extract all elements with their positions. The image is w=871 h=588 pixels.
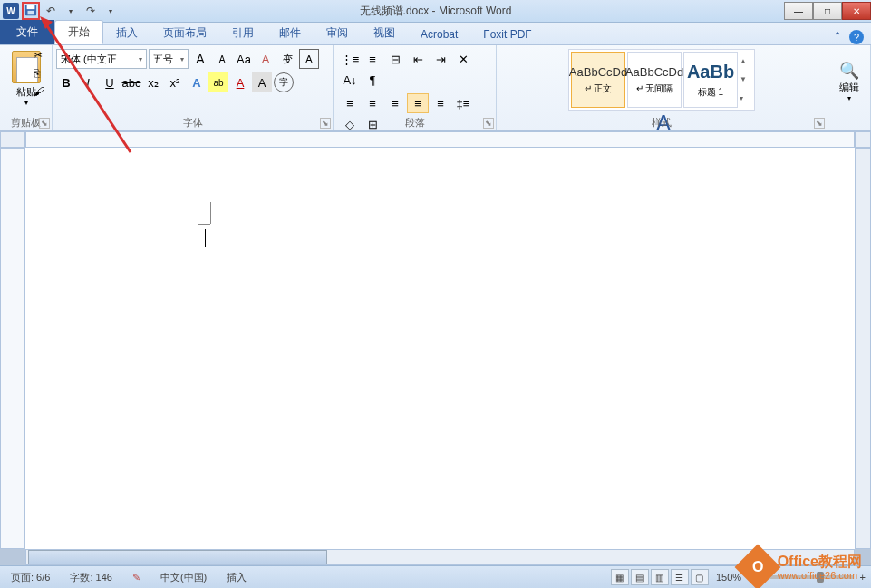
sort-button[interactable]: A↓ [339, 70, 361, 90]
print-layout-view[interactable]: ▦ [611, 569, 629, 585]
undo-dropdown[interactable]: ▾ [62, 2, 80, 20]
font-name-combo[interactable]: 宋体 (中文正▾ [56, 49, 147, 69]
gallery-up-icon[interactable]: ▲ [740, 57, 752, 65]
tab-file[interactable]: 文件 [0, 20, 54, 44]
italic-button[interactable]: I [78, 72, 98, 92]
tab-insert[interactable]: 插入 [103, 22, 150, 44]
style-normal[interactable]: AaBbCcDd ↵ 正文 [571, 52, 625, 108]
horizontal-scrollbar[interactable] [25, 549, 855, 565]
clear-format-button[interactable]: A [256, 49, 276, 69]
gallery-more-icon[interactable]: ▾ [740, 94, 752, 102]
style-no-spacing[interactable]: AaBbCcDd ↵ 无间隔 [627, 52, 682, 108]
window-title: 无线频谱.docx - Microsoft Word [360, 4, 512, 19]
font-color-button[interactable]: A [230, 72, 250, 92]
align-left-button[interactable]: ≡ [339, 93, 361, 113]
insert-mode[interactable]: 插入 [221, 569, 252, 586]
text-effects-button[interactable]: A [187, 72, 207, 92]
char-shading-button[interactable]: A [252, 72, 272, 92]
underline-button[interactable]: U [100, 72, 120, 92]
scroll-thumb[interactable] [28, 550, 327, 564]
tab-home[interactable]: 开始 [54, 20, 103, 44]
styles-dialog-launcher[interactable]: ⬊ [814, 118, 825, 129]
fullscreen-view[interactable]: ▤ [631, 569, 649, 585]
grow-font-button[interactable]: A [190, 49, 210, 69]
draft-view[interactable]: ▢ [691, 569, 709, 585]
redo-button[interactable]: ↷ [82, 2, 100, 20]
ruler-corner [0, 131, 25, 148]
close-button[interactable]: ✕ [842, 2, 871, 20]
page-indicator[interactable]: 页面: 6/6 [5, 569, 55, 586]
horizontal-ruler[interactable] [25, 131, 855, 148]
font-dialog-launcher[interactable]: ⬊ [320, 118, 331, 129]
clipboard-dialog-launcher[interactable]: ⬊ [39, 118, 50, 129]
word-app-icon: W [3, 3, 19, 19]
strike-button[interactable]: abc [121, 72, 141, 92]
document-area [0, 131, 871, 565]
word-count[interactable]: 字数: 146 [64, 569, 117, 586]
tab-layout[interactable]: 页面布局 [150, 22, 219, 44]
page-corner-mark [198, 202, 225, 247]
superscript-button[interactable]: x² [165, 72, 185, 92]
bold-button[interactable]: B [56, 72, 76, 92]
highlight-button[interactable]: ab [208, 72, 228, 92]
cut-icon[interactable]: ✂ [34, 49, 48, 63]
multilevel-button[interactable]: ⊟ [384, 49, 406, 69]
bullets-button[interactable]: ⋮≡ [339, 49, 361, 69]
paste-dropdown-icon[interactable]: ▾ [24, 99, 28, 107]
tab-view[interactable]: 视图 [361, 22, 408, 44]
language-indicator[interactable]: 中文(中国) [155, 569, 212, 586]
page-canvas[interactable] [25, 148, 855, 549]
decrease-indent-button[interactable]: ⇤ [407, 49, 429, 69]
web-layout-view[interactable]: ▥ [651, 569, 669, 585]
subscript-button[interactable]: x₂ [143, 72, 163, 92]
font-group-label: 字体 [53, 116, 333, 130]
styles-group-label: 样式 [497, 116, 827, 130]
style-heading1[interactable]: AaBb 标题 1 [683, 52, 738, 108]
save-button[interactable] [22, 2, 40, 20]
styles-group: AaBbCcDd ↵ 正文 AaBbCcDd ↵ 无间隔 AaBb 标题 1 ▲… [497, 45, 827, 130]
enclose-char-button[interactable]: 字 [274, 72, 294, 92]
minimize-button[interactable]: — [784, 2, 813, 20]
show-marks-button[interactable]: ¶ [362, 70, 383, 90]
window-controls: — □ ✕ [784, 2, 871, 20]
find-icon[interactable]: 🔍 [839, 61, 859, 81]
shrink-font-button[interactable]: A [212, 49, 232, 69]
align-center-button[interactable]: ≡ [362, 93, 383, 113]
increase-indent-button[interactable]: ⇥ [430, 49, 451, 69]
align-right-button[interactable]: ≡ [384, 93, 406, 113]
distributed-button[interactable]: ≡ [430, 93, 451, 113]
vertical-ruler[interactable] [0, 148, 25, 549]
change-case-button[interactable]: Aa [234, 49, 254, 69]
style-gallery[interactable]: AaBbCcDd ↵ 正文 AaBbCcDd ↵ 无间隔 AaBb 标题 1 ▲… [568, 49, 755, 111]
numbering-button[interactable]: ≡ [362, 49, 383, 69]
format-painter-icon[interactable]: 🖌 [34, 85, 48, 100]
editing-group: 🔍 编辑 ▾ [827, 45, 871, 130]
save-icon [24, 4, 37, 19]
copy-icon[interactable]: ⎘ [34, 67, 48, 82]
undo-button[interactable]: ↶ [42, 2, 60, 20]
tab-references[interactable]: 引用 [219, 22, 266, 44]
line-spacing-button[interactable]: ‡≡ [452, 93, 474, 113]
tab-review[interactable]: 审阅 [314, 22, 361, 44]
proofing-icon[interactable]: ✎ [127, 570, 146, 585]
tab-foxit[interactable]: Foxit PDF [470, 24, 544, 44]
editing-dropdown-icon[interactable]: ▾ [847, 94, 851, 102]
qat-customize[interactable]: ▾ [102, 2, 120, 20]
phonetic-guide-button[interactable]: 变 [277, 49, 297, 69]
font-size-combo[interactable]: 五号▾ [149, 49, 189, 69]
justify-button[interactable]: ≡ [407, 93, 429, 113]
tab-acrobat[interactable]: Acrobat [408, 24, 470, 44]
vertical-scrollbar[interactable] [855, 148, 871, 549]
help-icon[interactable]: ? [849, 30, 864, 44]
char-border-button[interactable]: A [299, 49, 319, 69]
font-group: 宋体 (中文正▾ 五号▾ A A Aa A 变 A B I U abc x₂ x… [53, 45, 334, 130]
minimize-ribbon-icon[interactable]: ⌃ [833, 30, 842, 44]
paragraph-group: ⋮≡ ≡ ⊟ ⇤ ⇥ ✕ A↓ ¶ ≡ ≡ ≡ ≡ ≡ ‡≡ ◇ ⊞ 段落 ⬊ [334, 45, 497, 130]
tab-mailings[interactable]: 邮件 [266, 22, 314, 44]
maximize-button[interactable]: □ [813, 2, 842, 20]
outline-view[interactable]: ☰ [671, 569, 689, 585]
ruler-toggle[interactable] [855, 131, 871, 148]
paragraph-dialog-launcher[interactable]: ⬊ [483, 118, 494, 129]
asian-layout-button[interactable]: ✕ [452, 49, 474, 69]
gallery-down-icon[interactable]: ▼ [740, 75, 752, 83]
